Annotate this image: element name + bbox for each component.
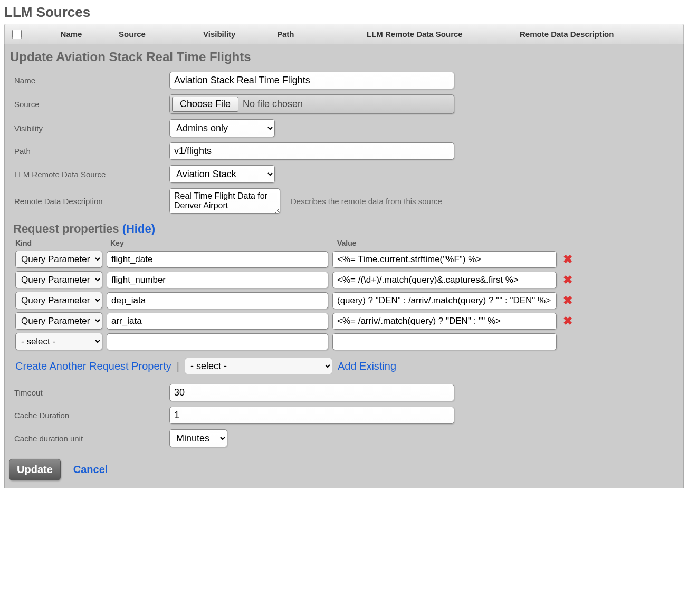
rp-col-key: Key [110,239,337,247]
rp-kind-select[interactable]: - select - [15,333,102,350]
rp-col-kind: Kind [15,239,110,247]
add-existing-link[interactable]: Add Existing [338,360,396,372]
file-input-wrapper[interactable]: Choose File No file chosen [169,94,454,114]
label-source: Source [10,100,163,109]
request-property-row: Query Parameter ✖ [15,312,673,330]
remote-source-select[interactable]: Aviation Stack [169,165,275,183]
file-chosen-text: No file chosen [243,99,303,110]
request-property-row: Query Parameter ✖ [15,271,673,288]
rp-key-input[interactable] [107,251,328,268]
label-timeout: Timeout [10,388,163,397]
rp-key-input[interactable] [107,272,328,288]
delete-row-icon[interactable]: ✖ [561,253,575,266]
rp-key-input[interactable] [107,292,328,309]
request-property-row: Query Parameter ✖ [15,292,673,309]
request-properties-header: Kind Key Value [15,239,673,247]
page-title: LLM Sources [4,4,684,21]
rp-value-input[interactable] [332,251,557,268]
choose-file-button[interactable]: Choose File [172,97,238,112]
rp-value-input[interactable] [332,292,557,309]
select-all-checkbox[interactable] [12,30,22,39]
rp-kind-select[interactable]: Query Parameter [15,312,102,330]
label-visibility: Visibility [10,124,163,133]
request-property-row: - select - [15,333,673,350]
remote-desc-textarea[interactable] [169,188,280,214]
col-header-remote-desc[interactable]: Remote Data Description [514,27,678,41]
label-remote-desc: Remote Data Description [10,197,163,206]
request-property-actions: Create Another Request Property | - sele… [15,358,673,374]
request-properties-heading: Request properties (Hide) [13,222,675,236]
table-header-row: Name Source Visibility Path LLM Remote D… [4,24,684,44]
col-header-visibility[interactable]: Visibility [198,27,272,41]
col-header-name[interactable]: Name [29,27,113,41]
cancel-link[interactable]: Cancel [73,464,108,476]
cache-duration-input[interactable] [169,407,454,424]
label-remote-source: LLM Remote Data Source [10,170,163,179]
cache-unit-select[interactable]: Minutes [169,429,227,447]
rp-key-input[interactable] [107,313,328,330]
delete-row-icon[interactable]: ✖ [561,294,575,307]
path-input[interactable] [169,142,454,160]
col-header-path[interactable]: Path [272,27,361,41]
label-cache-unit: Cache duration unit [10,434,163,443]
rp-col-value: Value [337,239,673,247]
edit-panel: Update Aviation Stack Real Time Flights … [4,44,684,488]
delete-row-icon[interactable]: ✖ [561,314,575,328]
create-another-link[interactable]: Create Another Request Property [15,360,171,372]
name-input[interactable] [169,72,454,89]
rp-value-input[interactable] [332,313,557,330]
visibility-select[interactable]: Admins only [169,119,275,137]
col-header-source[interactable]: Source [113,27,198,41]
hide-request-properties-link[interactable]: (Hide) [122,222,155,235]
panel-title: Update Aviation Stack Real Time Flights [10,50,678,64]
rp-key-input[interactable] [107,333,328,350]
timeout-input[interactable] [169,384,454,401]
rp-kind-select[interactable]: Query Parameter [15,271,102,288]
remote-desc-helper: Describes the remote data from this sour… [291,197,442,206]
existing-property-select[interactable]: - select - [185,358,332,374]
request-property-row: Query Parameter ✖ [15,251,673,268]
rp-kind-select[interactable]: Query Parameter [15,251,102,268]
col-header-remote-src[interactable]: LLM Remote Data Source [361,27,514,41]
update-button[interactable]: Update [9,459,61,480]
label-path: Path [10,147,163,156]
delete-row-icon[interactable]: ✖ [561,273,575,287]
rp-value-input[interactable] [332,333,557,350]
label-cache-duration: Cache Duration [10,411,163,420]
label-name: Name [10,76,163,85]
rp-kind-select[interactable]: Query Parameter [15,292,102,309]
rp-value-input[interactable] [332,272,557,288]
separator: | [177,360,179,372]
